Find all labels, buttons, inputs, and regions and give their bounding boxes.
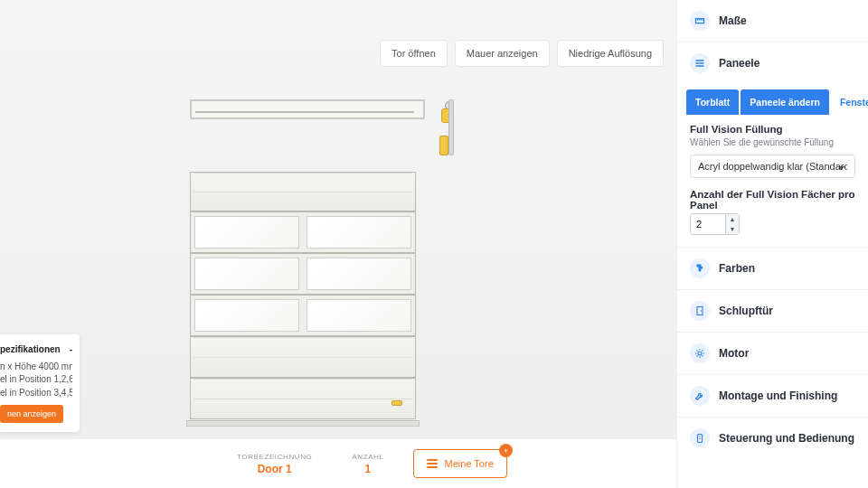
viewport-controls: Tor öffnen Mauer anzeigen Niedrige Auflö… <box>380 40 664 67</box>
section-subtitle: Wählen Sie die gewünschte Füllung <box>690 137 855 147</box>
section-title: Full Vision Füllung <box>690 124 855 135</box>
accordion-control[interactable]: Steuerung und Bedienung <box>677 418 868 459</box>
my-doors-label: Meine Tore <box>445 458 494 469</box>
gear-icon <box>690 343 710 363</box>
paint-icon <box>690 258 710 278</box>
stepper-buttons: ▲ ▼ <box>725 214 739 234</box>
tab-windows[interactable]: Fenste <box>831 89 868 115</box>
fill-select[interactable]: Acryl doppelwandig klar (Standard) <box>690 155 855 178</box>
spec-collapse-toggle[interactable]: - <box>70 343 72 357</box>
ruler-icon <box>690 11 710 31</box>
door-count-value: 1 <box>352 463 383 475</box>
accordion-label: Schlupftür <box>719 305 773 317</box>
accordion-mount[interactable]: Montage und Finishing <box>677 375 868 418</box>
door-name-block[interactable]: TORBEZEICHNUNG Door 1 <box>226 453 323 475</box>
accordion-colors[interactable]: Farben <box>677 248 868 290</box>
panel-tabs: Torblatt Paneele ändern Fenste <box>677 89 868 115</box>
sidebar: Maße Paneele Torblatt Paneele ändern Fen… <box>676 0 868 488</box>
svg-point-2 <box>698 352 702 355</box>
bottom-bar: TORBEZEICHNUNG Door 1 ANZAHL 1 Meine Tor… <box>0 438 676 488</box>
panes-stepper[interactable]: ▲ ▼ <box>690 213 740 235</box>
spec-title: pezifikationen <box>0 343 61 357</box>
accordion-motor[interactable]: Motor <box>677 333 868 375</box>
count-label: Anzahl der Full Vision Fächer pro Panel <box>690 189 855 211</box>
tab-change[interactable]: Paneele ändern <box>741 89 829 115</box>
accordion-label: Maße <box>719 14 747 27</box>
low-res-button[interactable]: Niedrige Auflösung <box>557 40 664 67</box>
full-vision-section: Full Vision Füllung Wählen Sie die gewün… <box>677 115 868 239</box>
remote-icon <box>690 428 710 448</box>
accordion-wicket[interactable]: Schlupftür <box>677 290 868 333</box>
accordion-label: Motor <box>719 347 749 360</box>
svg-point-1 <box>701 310 702 311</box>
tab-leaf[interactable]: Torblatt <box>686 89 739 115</box>
accordion-label: Farben <box>719 262 755 275</box>
open-door-button[interactable]: Tor öffnen <box>380 40 448 67</box>
spec-card: pezifikationen - n x Höhe 4000 mm el in … <box>0 334 80 432</box>
door-icon <box>690 301 710 321</box>
accordion-label: Steuerung und Bedienung <box>719 432 854 445</box>
door-render <box>190 99 443 416</box>
door-count-block[interactable]: ANZAHL 1 <box>341 453 394 475</box>
step-up-button[interactable]: ▲ <box>726 214 739 224</box>
svg-point-4 <box>699 436 700 436</box>
spec-line: el in Position 3,4,5 <box>0 387 72 400</box>
door-name-label: TORBEZEICHNUNG <box>237 453 312 461</box>
spec-line: n x Höhe 4000 mm <box>0 361 72 374</box>
my-doors-badge: + <box>499 444 513 457</box>
step-down-button[interactable]: ▼ <box>726 224 739 234</box>
list-icon <box>427 459 438 468</box>
accordion-panels[interactable]: Paneele <box>677 42 868 84</box>
svg-point-5 <box>699 438 700 439</box>
accordion-label: Paneele <box>719 57 760 70</box>
door-name-value: Door 1 <box>237 463 312 475</box>
spec-show-button[interactable]: nen anzeigen <box>0 405 63 423</box>
accordion-label: Montage und Finishing <box>719 389 837 402</box>
spec-line: el in Position 1,2,6,7 <box>0 373 72 387</box>
show-wall-button[interactable]: Mauer anzeigen <box>455 40 550 67</box>
panes-input[interactable] <box>691 214 725 234</box>
viewport-3d[interactable]: Tor öffnen Mauer anzeigen Niedrige Auflö… <box>0 0 676 438</box>
door-count-label: ANZAHL <box>352 453 383 461</box>
wrench-icon <box>690 386 710 406</box>
my-doors-button[interactable]: Meine Tore + <box>413 449 507 478</box>
panels-icon <box>690 53 710 73</box>
accordion-dimensions[interactable]: Maße <box>677 0 868 42</box>
